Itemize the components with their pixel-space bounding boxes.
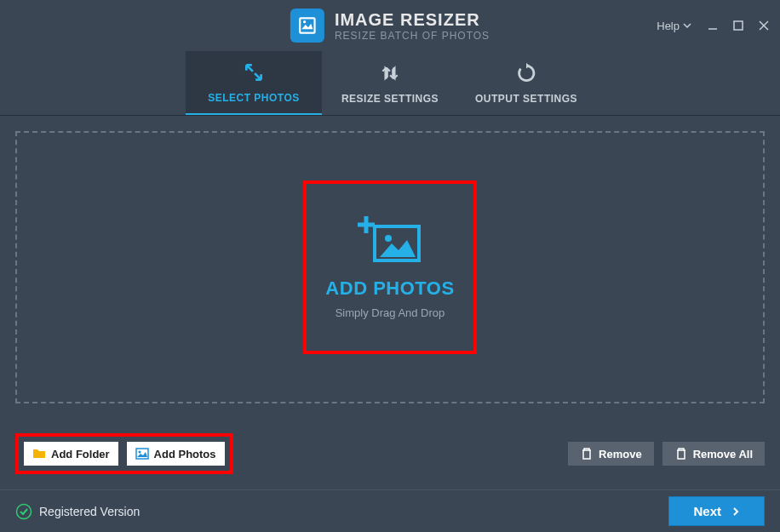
svg-point-3 bbox=[303, 20, 306, 23]
svg-rect-1 bbox=[301, 19, 313, 31]
app-subtitle: RESIZE BATCH OF PHOTOS bbox=[335, 30, 490, 42]
next-button[interactable]: Next bbox=[668, 496, 765, 526]
svg-point-12 bbox=[385, 235, 392, 242]
svg-rect-5 bbox=[734, 21, 743, 30]
resize-handles-icon bbox=[379, 62, 401, 84]
tab-resize-settings[interactable]: RESIZE SETTINGS bbox=[322, 51, 458, 115]
status-label: Registered Version bbox=[39, 505, 140, 518]
tab-output-settings[interactable]: OUTPUT SETTINGS bbox=[458, 51, 594, 115]
image-icon bbox=[135, 447, 149, 460]
help-label: Help bbox=[657, 20, 680, 32]
tab-label: RESIZE SETTINGS bbox=[341, 93, 439, 105]
trash-icon bbox=[674, 447, 688, 460]
svg-marker-13 bbox=[380, 240, 416, 257]
svg-marker-18 bbox=[137, 452, 147, 457]
folder-icon bbox=[32, 447, 46, 460]
add-photos-button[interactable]: Add Photos bbox=[127, 442, 225, 466]
toolbar: Add Folder Add Photos Remove Remove All bbox=[15, 433, 765, 474]
chevron-down-icon bbox=[683, 21, 691, 30]
button-label: Remove bbox=[599, 448, 642, 460]
svg-point-17 bbox=[138, 451, 141, 454]
titlebar: IMAGE RESIZER RESIZE BATCH OF PHOTOS Hel… bbox=[0, 0, 780, 51]
close-button[interactable] bbox=[758, 20, 770, 31]
svg-point-19 bbox=[17, 504, 32, 518]
add-photos-title: ADD PHOTOS bbox=[325, 277, 454, 300]
button-label: Add Folder bbox=[51, 448, 110, 460]
svg-marker-10 bbox=[526, 63, 530, 69]
tab-select-photos[interactable]: SELECT PHOTOS bbox=[186, 51, 322, 115]
tab-label: OUTPUT SETTINGS bbox=[475, 93, 577, 105]
tab-bar: SELECT PHOTOS RESIZE SETTINGS OUTPUT SET… bbox=[0, 51, 780, 116]
registration-status: Registered Version bbox=[15, 503, 140, 520]
add-photos-subtitle: Simply Drag And Drop bbox=[336, 306, 445, 319]
drop-zone[interactable]: ADD PHOTOS Simply Drag And Drop bbox=[15, 131, 765, 403]
chevron-right-icon bbox=[731, 507, 740, 516]
add-photos-box[interactable]: ADD PHOTOS Simply Drag And Drop bbox=[303, 180, 477, 354]
button-label: Remove All bbox=[693, 448, 753, 460]
footer: Registered Version Next bbox=[0, 489, 780, 532]
tab-label: SELECT PHOTOS bbox=[208, 92, 300, 104]
content-area: ADD PHOTOS Simply Drag And Drop Add Fold… bbox=[0, 116, 780, 489]
refresh-icon bbox=[515, 62, 537, 84]
help-menu[interactable]: Help bbox=[657, 20, 691, 32]
button-label: Add Photos bbox=[154, 448, 216, 460]
app-logo-icon bbox=[290, 9, 324, 43]
add-image-icon bbox=[356, 216, 424, 271]
expand-arrows-icon bbox=[243, 61, 265, 83]
check-circle-icon bbox=[15, 503, 32, 520]
remove-all-button[interactable]: Remove All bbox=[662, 442, 765, 466]
app-title: IMAGE RESIZER bbox=[335, 10, 490, 30]
remove-button[interactable]: Remove bbox=[568, 442, 654, 466]
maximize-button[interactable] bbox=[732, 20, 744, 31]
svg-rect-16 bbox=[136, 449, 148, 459]
button-label: Next bbox=[693, 504, 721, 518]
add-folder-button[interactable]: Add Folder bbox=[24, 442, 118, 466]
toolbar-left-highlight: Add Folder Add Photos bbox=[15, 433, 233, 474]
minimize-button[interactable] bbox=[707, 20, 719, 31]
trash-icon bbox=[580, 447, 594, 460]
